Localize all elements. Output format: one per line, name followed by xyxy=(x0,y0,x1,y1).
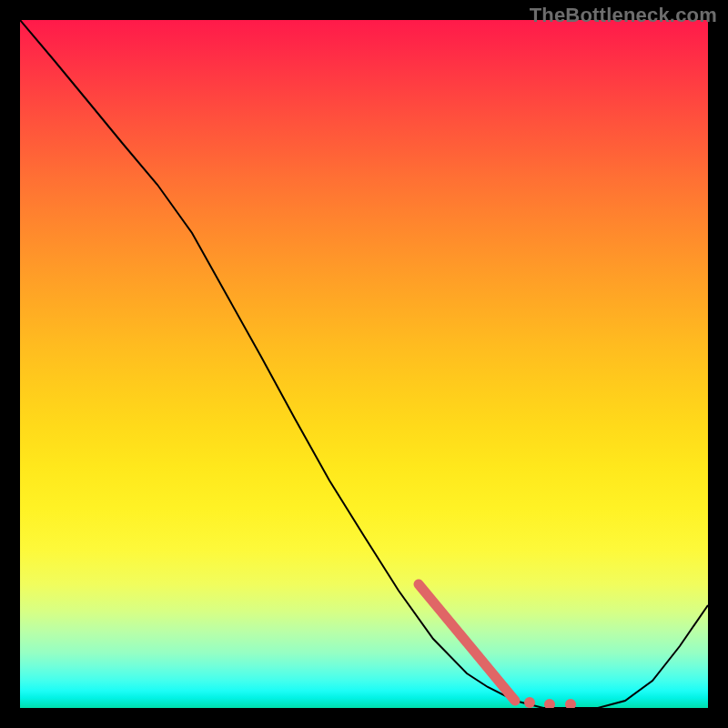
chart-container: TheBottleneck.com xyxy=(0,0,728,728)
gradient-plot-area xyxy=(20,20,708,708)
watermark-text: TheBottleneck.com xyxy=(530,4,717,27)
